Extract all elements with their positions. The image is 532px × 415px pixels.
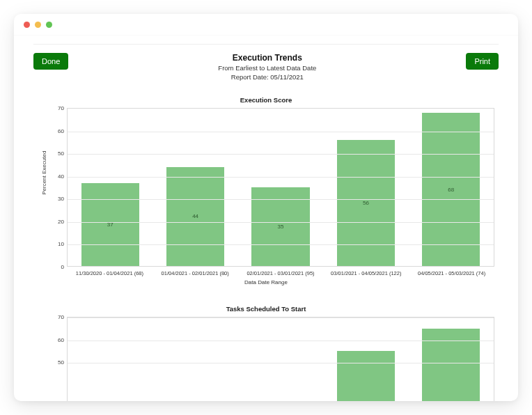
bar-value-label: 35 [278,224,284,230]
bar-slot: 35 [238,109,323,266]
x-tick: 01/04/2021 - 02/01/2021 (80) [152,267,238,276]
grid-line [68,244,494,245]
plot-area [67,317,494,401]
bar: 37 [81,183,139,266]
bar: 56 [337,140,395,266]
divider [33,44,499,45]
page-subtitle-2: Report Date: 05/11/2021 [68,73,466,81]
x-tick: 11/30/2020 - 01/04/2021 (68) [67,267,152,276]
bar-slot [68,318,152,401]
bar-slot: 44 [152,109,237,266]
bar-value-label: 44 [192,213,198,219]
grid-line [68,154,494,155]
x-tick: 03/01/2021 - 04/05/2021 (122) [323,267,409,276]
done-button[interactable]: Done [33,53,68,70]
chart-tasks-scheduled: Tasks Scheduled To Start 506070 [33,305,499,401]
y-tick: 0 [61,264,64,270]
bars-container [68,318,494,401]
y-tick: 50 [58,150,64,157]
y-tick: 20 [58,218,64,224]
bar-slot: 68 [409,109,494,266]
page-subtitle-1: From Earliest to Latest Data Date [68,64,466,72]
x-tick: 04/05/2021 - 05/03/2021 (74) [409,267,494,276]
chart-body: 506070 [46,317,494,401]
plot-area: 3744355668 [67,108,494,267]
y-tick: 10 [58,241,64,247]
bars-container: 3744355668 [68,109,494,266]
window-titlebar [14,14,518,35]
bar-slot [323,318,408,401]
bar-slot: 56 [323,109,408,266]
grid-line [68,222,494,223]
grid-line [68,340,494,341]
y-tick: 30 [58,196,64,202]
print-button[interactable]: Print [466,53,499,70]
chart-title: Tasks Scheduled To Start [33,305,499,313]
title-block: Execution Trends From Earliest to Latest… [68,53,466,81]
page-title: Execution Trends [68,53,466,63]
bar: 68 [422,113,480,266]
bar-value-label: 68 [448,187,454,193]
chart-body: Percent Executed 010203040506070 3744355… [46,108,494,267]
y-tick: 70 [58,105,64,111]
report-page: Done Execution Trends From Earliest to L… [14,35,518,401]
y-tick: 60 [58,336,64,343]
y-axis: 506070 [46,317,67,401]
y-tick: 40 [58,173,64,179]
bar-value-label: 56 [363,200,369,206]
bar-slot [238,318,323,401]
bar-slot [409,318,494,401]
y-tick: 70 [58,314,64,320]
grid-line [68,132,494,132]
bar: 44 [166,167,224,266]
bar-slot [152,318,237,401]
grid-line [68,199,494,200]
grid-line [68,363,494,363]
y-tick: 60 [58,127,64,134]
x-tick: 02/01/2021 - 03/01/2021 (95) [238,267,324,276]
header-row: Done Execution Trends From Earliest to L… [33,53,499,81]
app-window: Done Execution Trends From Earliest to L… [14,14,518,401]
x-axis: 11/30/2020 - 01/04/2021 (68)01/04/2021 -… [67,267,494,276]
y-tick: 50 [58,359,64,366]
window-minimize-icon[interactable] [35,22,41,28]
grid-line [68,318,494,318]
window-zoom-icon[interactable] [46,22,52,28]
y-axis: 010203040506070 [46,108,67,267]
chart-title: Execution Score [33,96,499,104]
grid-line [68,177,494,178]
bar-slot: 37 [68,109,152,266]
window-close-icon[interactable] [24,22,30,28]
bar [337,351,395,401]
chart-execution-score: Execution Score Percent Executed 0102030… [33,96,499,285]
x-axis-label: Data Date Range [33,279,499,285]
